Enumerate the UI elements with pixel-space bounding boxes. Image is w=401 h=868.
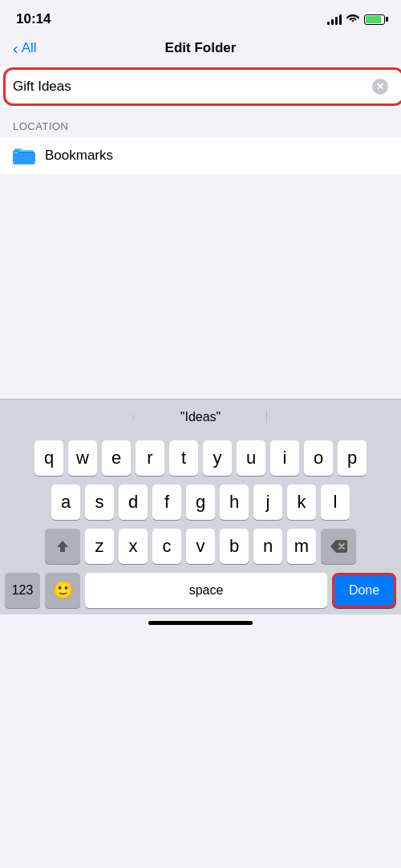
key-emoji[interactable]: 🙂 (45, 573, 80, 608)
home-indicator (0, 614, 401, 641)
key-r[interactable]: r (136, 440, 164, 476)
folder-name-input-wrapper (13, 74, 364, 99)
home-bar (148, 621, 253, 625)
shift-icon (55, 538, 71, 554)
wifi-icon (346, 13, 359, 26)
signal-icon (327, 14, 342, 25)
key-l[interactable]: l (321, 485, 350, 520)
key-o[interactable]: o (304, 440, 333, 476)
key-u[interactable]: u (237, 440, 265, 476)
keyboard: q w e r t y u i o p a s d f g h j k l z … (0, 434, 401, 614)
key-a[interactable]: a (51, 485, 80, 520)
key-m[interactable]: m (287, 529, 316, 564)
nav-bar: ‹ All Edit Folder (0, 34, 401, 66)
key-t[interactable]: t (169, 440, 198, 476)
key-c[interactable]: c (152, 529, 181, 564)
key-s[interactable]: s (85, 485, 114, 520)
folder-icon (13, 147, 35, 164)
key-space[interactable]: space (85, 573, 327, 608)
key-h[interactable]: h (220, 485, 249, 520)
location-section-header: LOCATION (0, 107, 401, 137)
key-e[interactable]: e (102, 440, 131, 476)
key-p[interactable]: p (338, 440, 367, 476)
status-icons (327, 13, 385, 26)
status-time: 10:14 (16, 11, 51, 27)
suggestion-left[interactable] (0, 414, 134, 420)
back-button[interactable]: ‹ All (13, 40, 37, 56)
key-y[interactable]: y (203, 440, 232, 476)
done-button[interactable]: Done (332, 573, 396, 608)
key-i[interactable]: i (270, 440, 299, 476)
key-g[interactable]: g (186, 485, 215, 520)
suggestion-right[interactable] (267, 414, 401, 420)
key-f[interactable]: f (152, 485, 181, 520)
folder-name-section: ✕ (0, 66, 401, 107)
keyboard-row-1: q w e r t y u i o p (2, 440, 399, 476)
keyboard-suggestion-bar: "Ideas" (0, 399, 401, 434)
key-q[interactable]: q (34, 440, 63, 476)
key-n[interactable]: n (253, 529, 282, 564)
status-bar: 10:14 (0, 0, 401, 34)
nav-title: Edit Folder (165, 40, 237, 56)
key-v[interactable]: v (186, 529, 215, 564)
delete-icon (330, 540, 347, 553)
back-chevron-icon: ‹ (13, 40, 18, 56)
key-b[interactable]: b (220, 529, 249, 564)
suggestion-center[interactable]: "Ideas" (134, 407, 268, 428)
key-x[interactable]: x (119, 529, 148, 564)
key-w[interactable]: w (68, 440, 97, 476)
key-shift[interactable] (45, 529, 80, 564)
key-j[interactable]: j (253, 485, 282, 520)
keyboard-row-3: z x c v b n m (2, 529, 399, 564)
battery-icon (364, 14, 385, 25)
back-label: All (22, 40, 37, 56)
key-d[interactable]: d (119, 485, 148, 520)
clear-input-button[interactable]: ✕ (372, 79, 388, 95)
key-k[interactable]: k (287, 485, 316, 520)
folder-name-input[interactable] (13, 74, 364, 99)
keyboard-row-2: a s d f g h j k l (2, 485, 399, 520)
location-label: Bookmarks (45, 148, 113, 164)
key-z[interactable]: z (85, 529, 114, 564)
key-delete[interactable] (321, 529, 356, 564)
key-numbers[interactable]: 123 (5, 573, 40, 608)
clear-icon: ✕ (376, 82, 384, 91)
keyboard-bottom-row: 123 🙂 space Done (2, 573, 399, 611)
location-row[interactable]: Bookmarks (0, 137, 401, 174)
gray-spacer (0, 174, 401, 399)
